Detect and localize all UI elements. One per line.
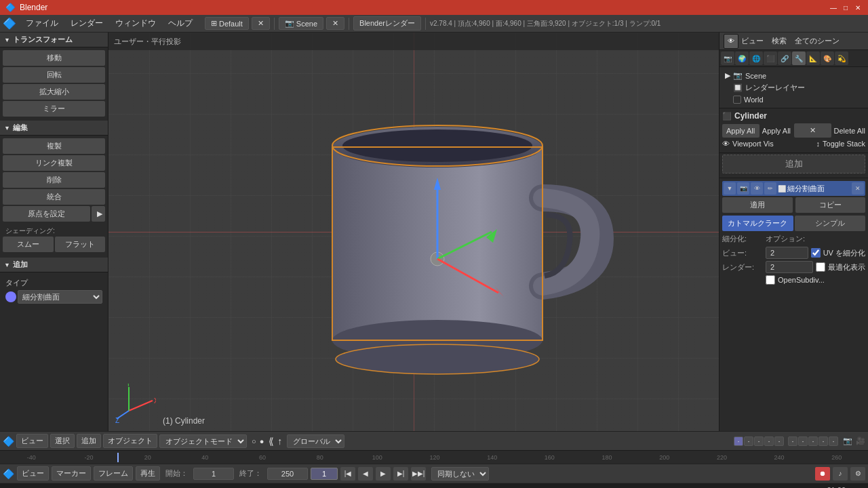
layer-8[interactable]: ·	[808, 436, 818, 446]
close-scene-btn[interactable]: ✕	[326, 17, 344, 30]
play-btn[interactable]: ▶	[376, 467, 391, 481]
current-frame-input[interactable]	[311, 468, 338, 480]
layer-5[interactable]: ·	[774, 436, 784, 446]
layer-4[interactable]: ·	[764, 436, 774, 446]
sync-select[interactable]: 同期しない	[431, 467, 489, 481]
prop-icon-data[interactable]: 📐	[806, 52, 820, 65]
view-value-input[interactable]	[766, 247, 808, 259]
modifier-close-btn[interactable]: ✕	[852, 182, 864, 195]
prop-icon-constraint[interactable]: 🔗	[778, 52, 791, 65]
type-select[interactable]: 細分割曲面	[18, 290, 102, 304]
tree-scene[interactable]: ▶ 📷 Scene	[722, 70, 865, 81]
start-button[interactable]: ⊞	[3, 485, 22, 489]
layer-10[interactable]: ·	[829, 436, 838, 446]
engine-btn[interactable]: Blenderレンダー	[353, 16, 421, 30]
browser-btn[interactable]: 🌐	[186, 485, 205, 489]
close-layout-btn[interactable]: ✕	[252, 17, 270, 30]
prop-icon-scene[interactable]: 🌍	[735, 52, 749, 65]
menu-file[interactable]: ファイル	[20, 16, 64, 30]
prop-icon-material[interactable]: 🎨	[821, 52, 834, 65]
modifier-view-icon[interactable]: 👁	[751, 182, 763, 195]
layer-6[interactable]: ·	[788, 436, 797, 446]
file-explorer-button[interactable]: 📁	[84, 485, 103, 489]
media-player-btn[interactable]: 🎬	[145, 485, 164, 489]
viewport[interactable]: ユーザー・平行投影	[108, 33, 719, 431]
layer-7[interactable]: ·	[798, 436, 808, 446]
join-button[interactable]: 統合	[3, 189, 105, 205]
scale-button[interactable]: 拡大縮小	[3, 84, 105, 100]
apply-all-button[interactable]: Apply All	[722, 124, 760, 138]
tree-world[interactable]: World	[730, 94, 865, 105]
tree-render-layer[interactable]: 🔲 レンダーレイヤー	[730, 81, 865, 94]
add-panel-header[interactable]: ▼ 追加	[0, 258, 108, 272]
task-view-button[interactable]: 📋	[43, 485, 62, 489]
object-menu-btn[interactable]: オブジェクト	[103, 434, 157, 448]
next-frame-btn[interactable]: ▶|	[393, 467, 408, 481]
copy-button[interactable]: コピー	[795, 197, 866, 213]
modifier-expand-btn[interactable]: ▼	[724, 182, 736, 195]
close-button[interactable]: ✕	[853, 3, 863, 12]
store-button[interactable]: 🛍	[104, 485, 123, 489]
playback-marker-btn[interactable]: マーカー	[52, 466, 91, 481]
scene-btn[interactable]: 📷 Scene	[279, 17, 323, 30]
view-menu-btn[interactable]: ビュー	[16, 434, 48, 448]
menu-window[interactable]: ウィンドウ	[110, 16, 161, 30]
layer-3[interactable]: ·	[754, 436, 764, 446]
flat-button[interactable]: フラット	[55, 237, 106, 252]
transform-panel-header[interactable]: ▼ トランスフォーム	[0, 33, 108, 47]
delete-button[interactable]: 削除	[3, 172, 105, 188]
add-modifier-button[interactable]: 追加	[722, 155, 865, 174]
layer-9[interactable]: ·	[818, 436, 828, 446]
prop-icon-object[interactable]: ⬛	[764, 52, 777, 65]
origin-arrow-button[interactable]: ▶	[92, 206, 105, 222]
mirror-button[interactable]: ミラー	[3, 101, 105, 117]
prop-icon-modifier[interactable]: 🔧	[792, 52, 806, 65]
global-select[interactable]: グローバル ローカル ノーマル	[287, 434, 344, 448]
opensubdiv-checkbox[interactable]	[766, 275, 775, 285]
blender-taskbar-btn[interactable]: 🔷	[125, 485, 144, 489]
set-origin-button[interactable]: 原点を設定	[3, 206, 90, 222]
simple-tab[interactable]: シンプル	[795, 216, 866, 231]
jump-end-btn[interactable]: ▶▶|	[411, 467, 426, 481]
layer-1[interactable]: ·	[734, 436, 743, 446]
search-button[interactable]: 🔍	[23, 485, 42, 489]
edge-button[interactable]: 🌐	[64, 485, 83, 489]
catmull-tab[interactable]: カトマルクラーク	[722, 216, 793, 231]
prop-tab-view[interactable]: 👁	[724, 34, 738, 49]
delete-all-icon-btn[interactable]: ✕	[794, 123, 831, 138]
record-btn[interactable]: ⏺	[815, 467, 830, 481]
move-button[interactable]: 移動	[3, 50, 105, 66]
prop-icon-particles[interactable]: 💫	[835, 52, 848, 65]
mode-select[interactable]: オブジェクトモード 編集モード スカルプトモード	[159, 434, 247, 448]
modifier-edit-icon[interactable]: ✏	[764, 182, 776, 195]
titlebar-controls[interactable]: — □ ✕	[829, 3, 863, 12]
apply-button[interactable]: 適用	[722, 197, 793, 213]
maximize-button[interactable]: □	[841, 3, 850, 12]
smooth-button[interactable]: スムー	[3, 237, 54, 252]
select-menu-btn[interactable]: 選択	[50, 434, 75, 448]
minimize-button[interactable]: —	[829, 3, 838, 12]
layer-2[interactable]: ·	[744, 436, 753, 446]
uv-subdivide-checkbox[interactable]	[811, 248, 821, 258]
world-checkbox[interactable]	[733, 96, 741, 104]
duplicate-button[interactable]: 複製	[3, 138, 105, 154]
render-value-input[interactable]	[766, 261, 813, 273]
playback-view-btn[interactable]: ビュー	[17, 466, 49, 481]
playback-play-btn[interactable]: 再生	[136, 466, 160, 481]
paint-btn[interactable]: 🎨	[165, 485, 184, 489]
menu-render[interactable]: レンダー	[65, 16, 108, 30]
end-frame-input[interactable]	[267, 468, 308, 480]
playback-frame-btn[interactable]: フレーム	[94, 466, 133, 481]
modifier-render-icon[interactable]: 📷	[737, 182, 749, 195]
link-duplicate-button[interactable]: リンク複製	[3, 155, 105, 171]
prev-frame-btn[interactable]: ◀	[358, 467, 373, 481]
screen-layout-btn[interactable]: ⊞ Default	[205, 17, 249, 30]
audio-btn[interactable]: ♪	[833, 467, 848, 481]
edit-panel-header[interactable]: ▼ 編集	[0, 121, 108, 136]
jump-start-btn[interactable]: |◀	[340, 467, 355, 481]
prop-icon-render[interactable]: 📷	[721, 52, 734, 65]
optimal-display-checkbox[interactable]	[816, 262, 825, 272]
prop-icon-world[interactable]: 🌐	[749, 52, 763, 65]
add-menu-btn[interactable]: 追加	[77, 434, 101, 448]
settings-btn[interactable]: ⚙	[850, 467, 865, 481]
